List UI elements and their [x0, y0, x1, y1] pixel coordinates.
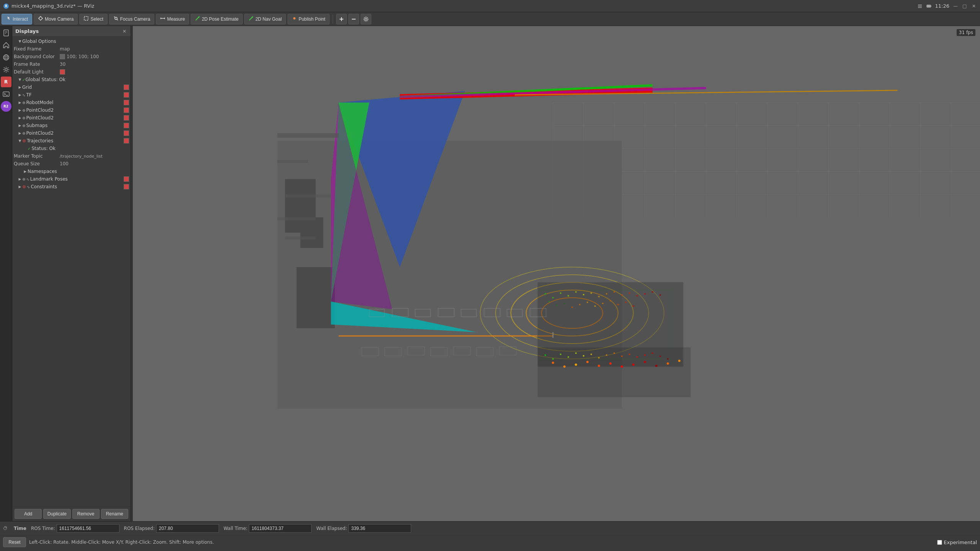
global-status-row[interactable]: ▼ ✓ Global Status: Ok	[12, 76, 131, 83]
submaps-row[interactable]: ▶ ⊕ Submaps	[12, 122, 131, 129]
close-icon[interactable]: ✕	[971, 3, 977, 9]
wall-elapsed-field: Wall Elapsed:	[316, 524, 411, 533]
bg-color-swatch[interactable]	[60, 54, 65, 59]
pointcloud2-2-checkbox[interactable]	[124, 115, 129, 121]
landmark-poses-checkbox[interactable]	[124, 176, 129, 182]
robot-model-row[interactable]: ▶ ⊕ RobotModel	[12, 99, 131, 106]
constraints-row[interactable]: ▶ ⊗ ∿ Constraints	[12, 183, 131, 191]
constraints-error-icon: ⊗	[22, 184, 26, 189]
home-icon[interactable]	[1, 40, 11, 51]
wall-elapsed-input[interactable]	[348, 524, 411, 533]
submaps-checkbox[interactable]	[124, 123, 129, 128]
constraints-checkbox[interactable]	[124, 184, 129, 189]
interact-button[interactable]: Interact	[2, 14, 32, 24]
pointcloud2-2-row[interactable]: ▶ ⊕ PointCloud2	[12, 114, 131, 122]
publish-point-button[interactable]: Publish Point	[287, 14, 330, 24]
bg-color-row: Background Color 100; 100; 100	[12, 53, 131, 60]
rename-button[interactable]: Rename	[101, 509, 128, 519]
wall-time-label: Wall Time:	[224, 526, 247, 531]
grid-label: Grid	[22, 85, 122, 90]
battery-icon	[926, 3, 932, 9]
measure-button[interactable]: Measure	[156, 14, 189, 24]
add-icon-btn[interactable]	[336, 14, 347, 24]
namespaces-row[interactable]: ▶ Namespaces	[12, 168, 131, 175]
rviz2-icon[interactable]: R2	[1, 101, 11, 112]
robot-model-label: RobotModel	[26, 100, 122, 105]
ros-time-input[interactable]	[57, 524, 119, 533]
robot-model-icon: ⊕	[22, 101, 25, 105]
reset-button[interactable]: Reset	[3, 537, 26, 547]
displays-list: ▼ Global Options Fixed Frame map Backgro…	[12, 37, 131, 506]
add-button[interactable]: Add	[15, 509, 42, 519]
tf-sub-icon: ∿	[22, 93, 25, 97]
namespaces-label: Namespaces	[28, 169, 129, 174]
bg-color-value[interactable]: 100; 100; 100	[67, 54, 99, 59]
grid-row[interactable]: ▶ Grid	[12, 83, 131, 91]
files-icon[interactable]	[1, 28, 11, 38]
fixed-frame-value[interactable]: map	[60, 46, 70, 52]
global-options-row[interactable]: ▼ Global Options	[12, 37, 131, 45]
settings-icon-btn[interactable]	[361, 14, 371, 24]
settings-app-icon[interactable]	[1, 64, 11, 75]
minimize-icon[interactable]: —	[952, 3, 959, 9]
minus-icon-btn[interactable]	[348, 14, 359, 24]
time-icon: ⏱	[3, 526, 8, 531]
pointcloud2-3-checkbox[interactable]	[124, 130, 129, 136]
select-button[interactable]: Select	[79, 14, 107, 24]
rviz-app-btn[interactable]: R	[1, 77, 11, 87]
maximize-icon[interactable]: □	[962, 3, 968, 9]
displays-close-button[interactable]: ✕	[121, 28, 127, 34]
pointcloud2-3-arrow: ▶	[18, 131, 22, 135]
grid-checkbox[interactable]	[124, 85, 129, 90]
network-icon	[917, 3, 923, 9]
pc2-2-icon: ⊕	[22, 116, 25, 120]
fixed-frame-label: Fixed Frame	[14, 46, 60, 52]
select-icon	[83, 16, 89, 22]
wall-time-input[interactable]	[249, 524, 312, 533]
experimental-checkbox[interactable]	[937, 540, 942, 545]
trajectories-checkbox[interactable]	[124, 138, 129, 143]
namespaces-arrow: ▶	[23, 169, 28, 174]
ros-elapsed-input[interactable]	[156, 524, 219, 533]
nav-goal-button[interactable]: 2D Nav Goal	[244, 14, 286, 24]
terminal-icon[interactable]	[1, 89, 11, 99]
toolbar: Interact Move Camera Select Focus Camera…	[0, 12, 980, 26]
marker-topic-value[interactable]: /trajectory_node_list	[60, 154, 103, 159]
landmark-poses-row[interactable]: ▶ ⊕ ∿ Landmark Poses	[12, 175, 131, 183]
trajectories-status-row[interactable]: ✓ Status: Ok	[12, 145, 131, 152]
tf-checkbox[interactable]	[124, 92, 129, 98]
pointcloud2-1-row[interactable]: ▶ ⊕ PointCloud2	[12, 106, 131, 114]
titlebar-right: 11:26 — □ ✕	[917, 3, 977, 9]
robot-model-checkbox[interactable]	[124, 100, 129, 105]
duplicate-button[interactable]: Duplicate	[43, 509, 70, 519]
svg-rect-6	[931, 5, 931, 7]
titlebar-left: R mickx4_mapping_3d.rviz* — RViz	[3, 3, 94, 9]
global-options-arrow: ▼	[18, 39, 22, 44]
trajectories-arrow: ▼	[18, 139, 22, 143]
measure-label: Measure	[167, 16, 185, 22]
publish-point-icon	[292, 16, 297, 22]
pointcloud2-1-checkbox[interactable]	[124, 108, 129, 113]
move-camera-button[interactable]: Move Camera	[34, 14, 78, 24]
time-bar: ⏱ Time ROS Time: ROS Elapsed: Wall Time:…	[0, 522, 980, 535]
focus-camera-button[interactable]: Focus Camera	[109, 14, 155, 24]
remove-button[interactable]: Remove	[72, 509, 100, 519]
experimental-checkbox-area[interactable]: Experimental	[937, 540, 977, 545]
tf-row[interactable]: ▶ ∿ TF	[12, 91, 131, 99]
default-light-checkbox[interactable]	[60, 69, 65, 75]
displays-header: Displays ✕	[12, 26, 131, 37]
trajectories-row[interactable]: ▼ ⊗ Trajectories	[12, 137, 131, 145]
frame-rate-value[interactable]: 30	[60, 62, 65, 67]
queue-size-label: Queue Size	[14, 161, 60, 166]
frame-rate-row: Frame Rate 30	[12, 60, 131, 68]
browser-icon[interactable]	[1, 52, 11, 63]
submaps-arrow: ▶	[18, 123, 22, 128]
pointcloud2-2-arrow: ▶	[18, 116, 22, 120]
ros-elapsed-label: ROS Elapsed:	[124, 526, 155, 531]
tf-label: TF	[26, 92, 122, 98]
svg-point-8	[39, 17, 42, 20]
pointcloud2-3-row[interactable]: ▶ ⊕ PointCloud2	[12, 129, 131, 137]
3d-viewport[interactable]: 31 fps	[133, 26, 980, 521]
queue-size-value[interactable]: 100	[60, 161, 69, 166]
pose-estimate-button[interactable]: 2D Pose Estimate	[191, 14, 243, 24]
